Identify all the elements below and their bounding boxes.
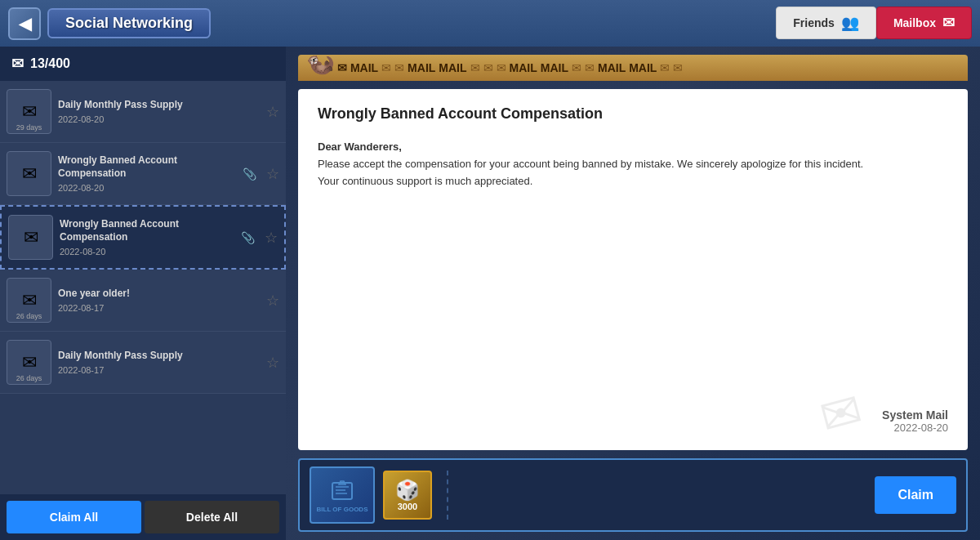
mail-item-date: 2022-08-17 bbox=[58, 365, 260, 375]
envelope-icon: ✉ bbox=[22, 101, 37, 123]
back-button[interactable]: ◀ bbox=[8, 7, 41, 40]
envelope-icon: ✉ bbox=[24, 227, 38, 248]
right-panel: 🦦 ✉ MAIL ✉ ✉ MAIL MAIL ✉ ✉ ✉ MAIL MAIL ✉… bbox=[286, 47, 980, 540]
mail-strip-text: MAIL bbox=[598, 61, 626, 74]
svg-rect-0 bbox=[332, 483, 352, 499]
friends-button[interactable]: Friends 👥 bbox=[776, 7, 876, 39]
sender-name: System Mail bbox=[882, 408, 948, 422]
mail-strip-text: MAIL bbox=[510, 61, 537, 74]
mail-subject: Wrongly Banned Account Compensation bbox=[318, 105, 948, 123]
claim-all-button[interactable]: Claim All bbox=[7, 501, 141, 533]
delete-all-button[interactable]: Delete All bbox=[145, 501, 279, 533]
mail-strip-icon: ✉ bbox=[470, 61, 480, 74]
attachment-icon: 📎 bbox=[243, 167, 256, 181]
mail-item-icon: ✉ 26 days bbox=[7, 278, 51, 323]
mail-item-title: Wrongly Banned Account Compensation bbox=[58, 154, 236, 180]
star-icon[interactable]: ☆ bbox=[266, 103, 279, 121]
mail-item-icon: ✉ bbox=[7, 151, 51, 196]
mailbox-label: Mailbox bbox=[893, 16, 936, 29]
mail-strip-icon: ✉ bbox=[483, 61, 493, 74]
rewards-section: BILL OF GOODS 🎲 3000 Claim bbox=[298, 458, 968, 532]
mail-text: Dear Wanderers, Please accept the compen… bbox=[318, 139, 873, 190]
claim-button[interactable]: Claim bbox=[875, 476, 956, 514]
mail-item-content: Wrongly Banned Account Compensation 2022… bbox=[58, 154, 236, 193]
reward-item-count: 3000 bbox=[398, 502, 417, 511]
beaver-mascot-icon: 🦦 bbox=[306, 55, 335, 77]
mail-list: ✉ 29 days Daily Monthly Pass Supply 2022… bbox=[0, 81, 286, 494]
mail-count-bar: ✉ 13/400 bbox=[0, 47, 286, 81]
bill-icon bbox=[329, 478, 355, 504]
reward-item: 🎲 3000 bbox=[383, 471, 432, 520]
mail-stamp-decoration: ✉ bbox=[814, 381, 868, 447]
envelope-icon: ✉ bbox=[22, 352, 37, 373]
nav-buttons: Friends 👥 Mailbox ✉ bbox=[776, 7, 972, 39]
mail-item-date: 2022-08-20 bbox=[58, 114, 260, 124]
list-item[interactable]: ✉ Wrongly Banned Account Compensation 20… bbox=[0, 205, 286, 270]
bill-of-goods: BILL OF GOODS bbox=[310, 466, 375, 524]
bottom-buttons: Claim All Delete All bbox=[0, 494, 286, 540]
star-icon[interactable]: ☆ bbox=[266, 292, 279, 310]
mail-strip-icon: ✉ bbox=[660, 61, 670, 74]
mail-strip-text: MAIL bbox=[629, 61, 657, 74]
mail-item-icon: ✉ bbox=[8, 215, 53, 260]
mail-item-days: 26 days bbox=[7, 374, 51, 382]
mail-item-icon: ✉ 29 days bbox=[7, 89, 51, 134]
mail-item-date: 2022-08-20 bbox=[60, 247, 234, 257]
mail-body: Wrongly Banned Account Compensation Dear… bbox=[298, 89, 968, 450]
mail-item-title: Daily Monthly Pass Supply bbox=[58, 99, 260, 112]
mailbox-button[interactable]: Mailbox ✉ bbox=[876, 7, 972, 39]
mail-item-title: One year older! bbox=[58, 288, 260, 301]
main-content: ✉ 13/400 ✉ 29 days Daily Monthly Pass Su… bbox=[0, 47, 980, 540]
list-item[interactable]: ✉ 26 days Daily Monthly Pass Supply 2022… bbox=[0, 332, 286, 394]
mail-count-icon: ✉ bbox=[11, 55, 24, 73]
bill-label: BILL OF GOODS bbox=[317, 506, 368, 513]
mail-count: 13/400 bbox=[30, 56, 70, 71]
sender-date: 2022-08-20 bbox=[882, 422, 948, 434]
list-item[interactable]: ✉ 26 days One year older! 2022-08-17 ☆ bbox=[0, 270, 286, 332]
mail-strip-text: MAIL bbox=[541, 61, 568, 74]
envelope-icon: ✉ bbox=[22, 163, 37, 185]
mailbox-icon: ✉ bbox=[942, 14, 955, 32]
mail-item-content: Daily Monthly Pass Supply 2022-08-20 bbox=[58, 99, 260, 125]
attachment-icon: 📎 bbox=[241, 231, 255, 244]
mail-strip-text: MAIL bbox=[439, 61, 466, 74]
mail-greeting: Dear Wanderers, bbox=[318, 141, 402, 153]
friends-label: Friends bbox=[793, 16, 835, 29]
mail-strip-icon: ✉ bbox=[673, 61, 683, 74]
mail-strip-icon: ✉ bbox=[572, 61, 581, 74]
friends-icon: 👥 bbox=[841, 14, 859, 32]
mail-item-content: Wrongly Banned Account Compensation 2022… bbox=[60, 218, 234, 257]
star-icon[interactable]: ☆ bbox=[266, 354, 279, 372]
rewards-spacer bbox=[447, 471, 858, 520]
left-panel: ✉ 13/400 ✉ 29 days Daily Monthly Pass Su… bbox=[0, 47, 286, 540]
mail-item-date: 2022-08-20 bbox=[58, 183, 236, 193]
mail-strip-icon: ✉ bbox=[381, 61, 391, 74]
mail-body-text: Please accept the compensation for your … bbox=[318, 158, 863, 187]
mail-icons: ✉ MAIL ✉ ✉ MAIL MAIL ✉ ✉ ✉ MAIL MAIL ✉ ✉… bbox=[308, 61, 958, 74]
mail-item-title: Wrongly Banned Account Compensation bbox=[60, 218, 234, 243]
mail-strip-text: MAIL bbox=[408, 61, 435, 74]
mail-strip-text: ✉ MAIL bbox=[337, 61, 378, 74]
mail-item-days: 29 days bbox=[7, 123, 51, 132]
list-item[interactable]: ✉ Wrongly Banned Account Compensation 20… bbox=[0, 143, 286, 205]
reward-item-icon: 🎲 bbox=[395, 479, 420, 502]
mail-item-content: One year older! 2022-08-17 bbox=[58, 288, 260, 314]
mail-strip-icon: ✉ bbox=[585, 61, 595, 74]
mail-item-title: Daily Monthly Pass Supply bbox=[58, 350, 260, 363]
mail-strip-icon: ✉ bbox=[497, 61, 506, 74]
mail-item-icon: ✉ 26 days bbox=[7, 340, 51, 385]
star-icon[interactable]: ☆ bbox=[265, 229, 278, 247]
mail-sender: System Mail 2022-08-20 bbox=[882, 408, 948, 434]
mail-strip-icon: ✉ bbox=[394, 61, 404, 74]
mail-item-date: 2022-08-17 bbox=[58, 303, 260, 313]
page-title: Social Networking bbox=[47, 8, 211, 38]
mail-header-strip: 🦦 ✉ MAIL ✉ ✉ MAIL MAIL ✉ ✉ ✉ MAIL MAIL ✉… bbox=[298, 55, 968, 81]
star-icon[interactable]: ☆ bbox=[266, 165, 279, 183]
mail-item-days: 26 days bbox=[7, 312, 51, 320]
envelope-icon: ✉ bbox=[22, 290, 37, 311]
list-item[interactable]: ✉ 29 days Daily Monthly Pass Supply 2022… bbox=[0, 81, 286, 143]
mail-item-content: Daily Monthly Pass Supply 2022-08-17 bbox=[58, 350, 260, 376]
